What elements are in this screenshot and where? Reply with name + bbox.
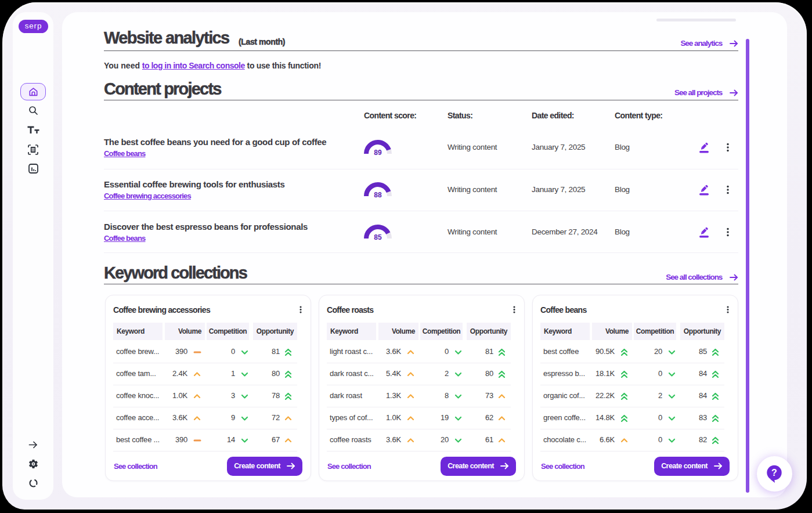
svg-text:?: ? [771,468,777,478]
